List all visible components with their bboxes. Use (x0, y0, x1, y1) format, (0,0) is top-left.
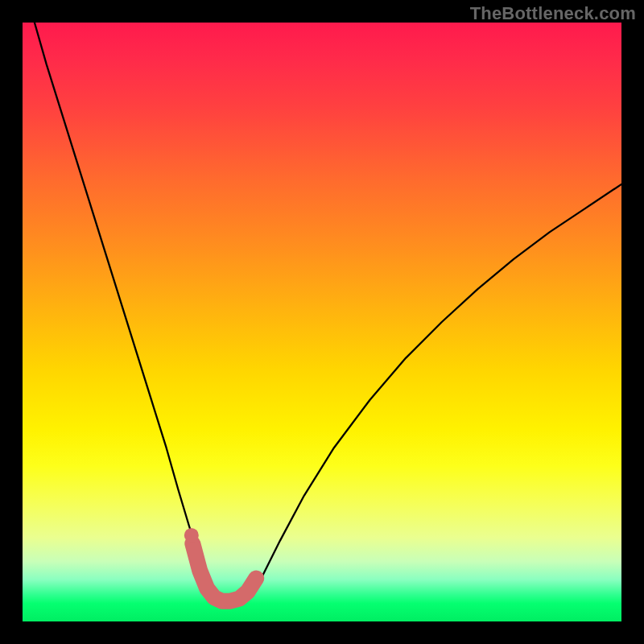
highlight-band (192, 543, 256, 601)
curve-layer (23, 23, 621, 621)
svg-point-0 (184, 528, 199, 543)
chart-frame: TheBottleneck.com (0, 0, 644, 644)
plot-area (23, 23, 621, 621)
watermark-text: TheBottleneck.com (470, 3, 636, 24)
bottleneck-curve (35, 23, 621, 604)
highlight-dot (184, 528, 199, 543)
